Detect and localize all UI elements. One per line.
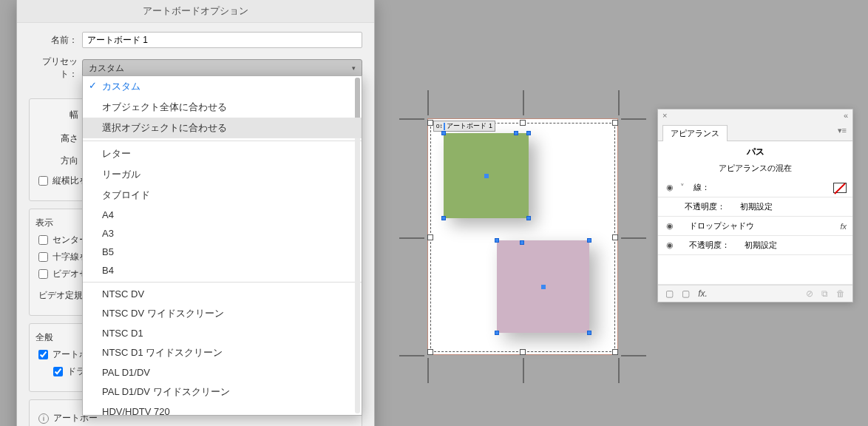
preset-option[interactable]: PAL D1/DV — [83, 363, 362, 382]
canvas-area[interactable]: 0↕ アートボード 1 — [399, 81, 636, 377]
preset-option[interactable]: カスタム — [83, 76, 362, 97]
center-mark-checkbox[interactable] — [38, 235, 48, 245]
visibility-eye-icon[interactable]: ◉ — [664, 221, 676, 231]
new-stroke-icon[interactable]: ▢ — [682, 288, 690, 299]
duplicate-icon[interactable]: ⧉ — [821, 288, 828, 299]
fx-badge: fx — [840, 222, 847, 231]
delete-icon[interactable]: 🗑 — [836, 288, 845, 299]
drag-checkbox[interactable] — [53, 367, 63, 376]
preset-option[interactable]: オブジェクト全体に合わせる — [83, 97, 362, 118]
object-opacity-row[interactable]: ◉ 不透明度： 初期設定 — [658, 236, 852, 255]
appearance-title: パス — [658, 141, 852, 163]
preset-option[interactable]: HDV/HDTV 720 — [83, 402, 362, 416]
new-fill-icon[interactable]: ▢ — [665, 288, 674, 299]
preset-option[interactable]: A3 — [83, 224, 362, 243]
aspect-lock-checkbox[interactable] — [38, 176, 48, 186]
preset-option[interactable]: PAL D1/DV ワイドスクリーン — [83, 382, 362, 402]
preset-option[interactable]: リーガル — [83, 164, 362, 185]
cursor-icon: 0↕ — [436, 123, 442, 129]
add-effect-icon[interactable]: fx. — [698, 288, 708, 299]
info-icon: i — [38, 413, 49, 424]
opacity-label-2: 不透明度： — [689, 240, 730, 251]
opacity-value: 初期設定 — [740, 201, 773, 212]
stroke-opacity-row[interactable]: 不透明度： 初期設定 — [658, 197, 852, 217]
preset-selected-value: カスタム — [89, 62, 124, 75]
panel-menu-icon[interactable]: ▾≡ — [838, 126, 847, 135]
name-label: 名前： — [29, 34, 82, 47]
dropshadow-row[interactable]: ◉ ドロップシャドウ fx — [658, 217, 852, 236]
shape-center-handle[interactable] — [541, 285, 546, 289]
tab-appearance[interactable]: アピアランス — [662, 125, 728, 141]
preset-option[interactable]: NTSC D1 ワイドスクリーン — [83, 342, 362, 363]
preset-option[interactable]: 選択オブジェクトに合わせる — [83, 118, 362, 138]
opacity-value-2: 初期設定 — [745, 240, 777, 251]
general-artboard-checkbox[interactable] — [38, 350, 48, 359]
video-safe-checkbox[interactable] — [38, 269, 48, 279]
appearance-subtitle: アピアランスの混在 — [658, 163, 852, 178]
visibility-eye-icon[interactable]: ◉ — [664, 183, 676, 192]
stroke-label: 線： — [694, 182, 710, 193]
preset-option[interactable]: NTSC D1 — [83, 324, 362, 342]
panel-collapse-icon[interactable]: « — [844, 111, 848, 120]
expand-icon[interactable]: ˅ — [680, 183, 689, 192]
artboard-name-input[interactable] — [82, 32, 362, 48]
artboard-title-text: アートボード 1 — [447, 121, 492, 131]
visibility-eye-icon[interactable]: ◉ — [664, 240, 676, 250]
clear-appearance-icon[interactable]: ⊘ — [806, 288, 813, 299]
preset-menu: カスタムオブジェクト全体に合わせる選択オブジェクトに合わせるレターリーガルタブロ… — [82, 75, 362, 416]
preset-option[interactable]: NTSC DV — [83, 285, 362, 303]
crosshair-checkbox[interactable] — [38, 252, 48, 262]
preset-option[interactable]: B4 — [83, 261, 362, 280]
preset-option[interactable]: A4 — [83, 206, 362, 224]
opacity-label: 不透明度： — [685, 201, 725, 212]
preset-option[interactable]: レター — [83, 143, 362, 164]
dropshadow-label: ドロップシャドウ — [689, 220, 754, 231]
stroke-swatch[interactable] — [833, 183, 847, 193]
appearance-panel: × « アピアランス ▾≡ パス アピアランスの混在 ◉ ˅ 線： 不透明度： … — [657, 109, 853, 302]
preset-option[interactable]: B5 — [83, 243, 362, 261]
shape-center-handle[interactable] — [484, 174, 489, 178]
preset-option[interactable]: NTSC DV ワイドスクリーン — [83, 303, 362, 324]
artboard-options-dialog: アートボードオプション 名前： プリセット： カスタム ▾ カスタムオブジェクト… — [16, 0, 375, 426]
stroke-row[interactable]: ◉ ˅ 線： — [658, 178, 852, 197]
panel-close-icon[interactable]: × — [662, 111, 667, 120]
chevron-down-icon: ▾ — [352, 64, 356, 72]
dialog-title: アートボードオプション — [17, 0, 374, 23]
preset-label: プリセット： — [29, 55, 82, 81]
artboard-title-tag[interactable]: 0↕ アートボード 1 — [433, 121, 495, 132]
preset-option[interactable]: タブロイド — [83, 185, 362, 206]
